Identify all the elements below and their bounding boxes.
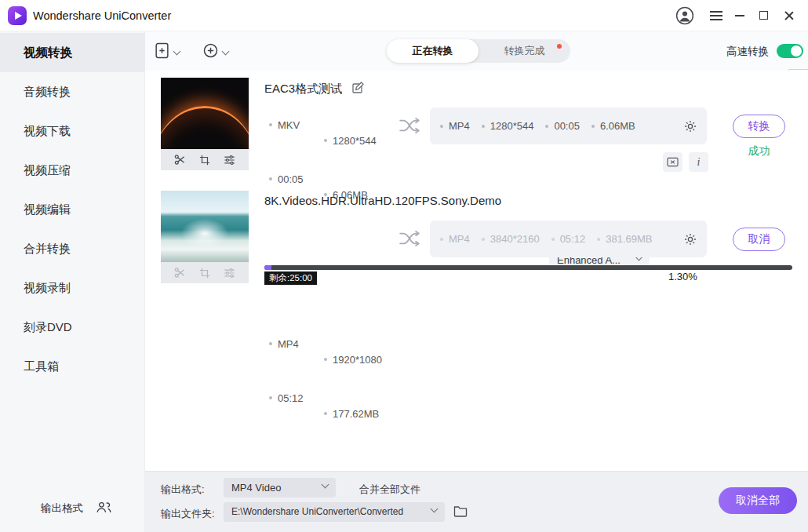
task1-thumbnail xyxy=(161,78,249,149)
add-files-button[interactable] xyxy=(154,42,180,62)
task1-source-duration: 00:05 xyxy=(269,171,808,187)
tab-converting[interactable]: 正在转换 xyxy=(387,39,479,63)
open-folder-icon[interactable] xyxy=(453,505,468,517)
output-format-value: MP4 Video xyxy=(224,478,336,497)
task1-edit-toolbar xyxy=(161,149,249,170)
time-remaining-badge: 剩余:25:00 xyxy=(264,271,317,285)
minimize-button[interactable] xyxy=(735,15,744,16)
uniconverter-window: Wondershare UniConverter 视频转换 音频转换 视频下载 … xyxy=(0,0,808,532)
account-avatar[interactable] xyxy=(675,6,694,25)
settings-gear-icon[interactable] xyxy=(684,120,697,133)
task2-output-duration: 05:12 xyxy=(551,233,586,245)
trim-icon[interactable] xyxy=(174,267,186,279)
people-icon xyxy=(96,501,112,517)
tab-converting-label: 正在转换 xyxy=(413,44,453,58)
chevron-down-icon xyxy=(222,47,230,55)
output-folder-select[interactable]: E:\Wondershare UniConverter\Converted xyxy=(224,502,445,522)
app-title: Wondershare UniConverter xyxy=(33,0,171,31)
task1-output-size: 6.06MB xyxy=(591,120,635,132)
task2-edit-toolbar xyxy=(161,262,249,283)
add-circle-icon xyxy=(202,42,219,62)
task1-title: EAC3格式测试 xyxy=(264,82,342,97)
add-from-device-button[interactable] xyxy=(202,42,228,62)
rename-icon[interactable] xyxy=(351,81,365,97)
convert-status-tabs: 正在转换 转换完成 xyxy=(387,39,570,63)
crop-icon[interactable] xyxy=(199,155,210,166)
task2-thumbnail xyxy=(161,191,249,262)
notification-dot xyxy=(557,44,562,49)
task1-output-resolution: 1280*544 xyxy=(482,120,534,132)
task1-output-format: MP4 xyxy=(440,120,470,132)
subtitle-preview-button[interactable] xyxy=(663,152,682,172)
task2-source-format: MP4 xyxy=(269,336,808,352)
sidebar-item-merge-convert[interactable]: 合并转换 xyxy=(0,229,145,268)
sidebar-output-format-label: 输出格式 xyxy=(41,501,83,516)
progress-fill xyxy=(264,265,271,270)
crop-icon[interactable] xyxy=(199,268,210,279)
cancel-all-button[interactable]: 取消全部 xyxy=(719,487,797,514)
task2-title-row: 8K.Videos.HDR.UltraHD.120FPS.Sony.Demo xyxy=(264,194,501,207)
convert-button[interactable]: 转换 xyxy=(733,115,785,138)
task2-source-duration: 05:12 xyxy=(269,390,808,406)
chevron-down-icon xyxy=(173,47,181,55)
cancel-task-button[interactable]: 取消 xyxy=(733,228,785,251)
sidebar-item-video-edit[interactable]: 视频编辑 xyxy=(0,190,145,229)
effects-icon[interactable] xyxy=(224,155,235,166)
output-folder-value: E:\Wondershare UniConverter\Converted xyxy=(224,502,445,522)
high-speed-label: 高速转换 xyxy=(726,45,769,59)
maximize-button[interactable] xyxy=(759,11,768,20)
convert-arrow-icon xyxy=(399,229,420,251)
convert-arrow-icon xyxy=(399,116,420,138)
sidebar-output-format-button[interactable]: 输出格式 xyxy=(41,494,112,523)
tab-finished[interactable]: 转换完成 xyxy=(479,39,570,63)
progress-bar xyxy=(264,265,792,270)
merge-all-label: 合并全部文件 xyxy=(359,483,420,497)
task2-output-resolution: 3840*2160 xyxy=(482,233,540,245)
sidebar-item-audio-convert[interactable]: 音频转换 xyxy=(0,72,145,111)
sidebar-item-video-convert[interactable]: 视频转换 xyxy=(0,33,145,72)
progress-percent: 1.30% xyxy=(668,271,697,282)
sidebar-item-toolbox[interactable]: 工具箱 xyxy=(0,347,145,386)
sidebar-item-video-download[interactable]: 视频下载 xyxy=(0,111,145,151)
close-button[interactable] xyxy=(784,11,794,20)
task1-status: 成功 xyxy=(733,144,785,159)
sidebar-item-video-compress[interactable]: 视频压缩 xyxy=(0,151,145,190)
task2-output-format: MP4 xyxy=(440,233,470,245)
high-speed-toggle[interactable] xyxy=(777,44,803,58)
trim-icon[interactable] xyxy=(174,154,186,166)
tab-finished-label: 转换完成 xyxy=(504,44,545,58)
output-format-label: 输出格式: xyxy=(161,483,205,497)
output-format-select[interactable]: MP4 Video xyxy=(224,478,336,497)
task1-title-row: EAC3格式测试 xyxy=(264,81,365,97)
task1-thumbnail-art xyxy=(161,106,249,149)
task2-output-summary: MP4 3840*2160 05:12 381.69MB xyxy=(430,220,707,257)
sidebar-item-burn-dvd[interactable]: 刻录DVD xyxy=(0,308,145,347)
settings-gear-icon[interactable] xyxy=(684,233,697,246)
task1-output-summary: MP4 1280*544 00:05 6.06MB xyxy=(430,107,707,144)
sidebar-nav: 视频转换 音频转换 视频下载 视频压缩 视频编辑 合并转换 视频录制 刻录DVD… xyxy=(0,33,145,386)
add-file-icon xyxy=(154,42,170,62)
task2-source-size: 177.62MB xyxy=(324,406,808,421)
sidebar-item-screen-record[interactable]: 视频录制 xyxy=(0,268,145,308)
task1-output-duration: 00:05 xyxy=(545,120,580,132)
task2-title: 8K.Videos.HDR.UltraHD.120FPS.Sony.Demo xyxy=(264,194,501,207)
effects-icon[interactable] xyxy=(224,268,235,279)
info-button[interactable]: i xyxy=(689,152,708,172)
task2-source-resolution: 1920*1080 xyxy=(324,352,808,367)
menu-icon[interactable] xyxy=(710,15,722,16)
app-logo-icon xyxy=(8,6,27,25)
output-folder-label: 输出文件夹: xyxy=(161,507,215,521)
task2-output-size: 381.69MB xyxy=(597,233,652,245)
